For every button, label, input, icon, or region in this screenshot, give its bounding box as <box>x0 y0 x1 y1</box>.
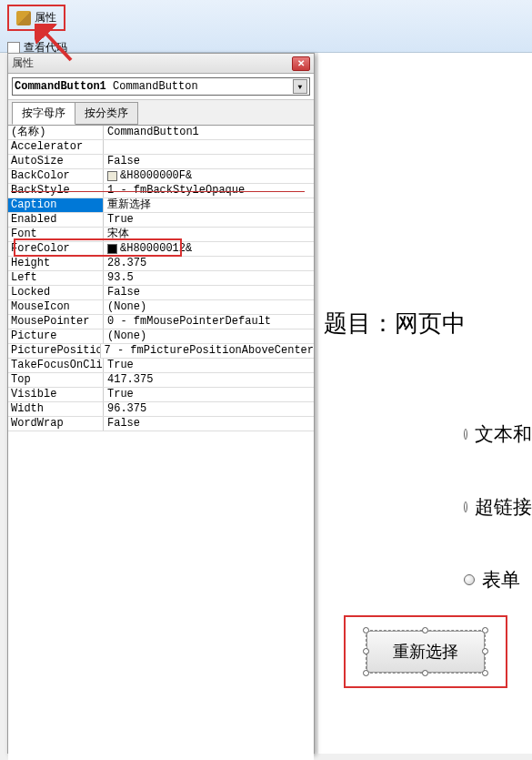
panel-title: 属性 <box>12 56 34 71</box>
panel-titlebar[interactable]: 属性 ✕ <box>8 54 314 74</box>
prop-row[interactable]: BackColor&H8000000F& <box>8 169 314 184</box>
prop-row[interactable]: BackStyle1 - fmBackStyleOpaque <box>8 184 314 198</box>
prop-value[interactable] <box>104 140 314 154</box>
page-title: 题目：网页中 <box>324 308 532 339</box>
wrench-icon <box>16 11 31 25</box>
ribbon-toolbar: 属性 查看代码 <box>0 0 532 53</box>
radio-icon <box>464 429 467 440</box>
prop-name: (名称) <box>8 126 104 139</box>
prop-name: AutoSize <box>8 155 104 168</box>
prop-name: TakeFocusOnClick <box>8 359 104 372</box>
prop-value[interactable]: (None) <box>104 300 314 314</box>
prop-row[interactable]: MouseIcon(None) <box>8 300 314 315</box>
radio-icon <box>464 574 475 585</box>
chevron-down-icon[interactable]: ▼ <box>293 79 307 94</box>
prop-value[interactable]: 93.5 <box>104 271 314 285</box>
sort-tabs: 按字母序 按分类序 <box>8 100 314 125</box>
resize-handle-icon[interactable] <box>422 627 428 633</box>
radio-label-1: 文本和 <box>475 421 532 447</box>
object-name-bold: CommandButton1 <box>15 80 106 93</box>
prop-row[interactable]: EnabledTrue <box>8 213 314 228</box>
prop-name: Left <box>8 271 104 285</box>
prop-name: MouseIcon <box>8 300 104 314</box>
prop-row[interactable]: ForeColor&H80000012& <box>8 242 314 257</box>
prop-row[interactable]: TakeFocusOnClickTrue <box>8 359 314 373</box>
color-swatch-icon <box>107 244 117 254</box>
prop-value[interactable]: 0 - fmMousePointerDefault <box>104 315 314 329</box>
prop-value[interactable]: False <box>104 155 314 168</box>
resize-handle-icon[interactable] <box>363 648 369 654</box>
prop-value[interactable]: 1 - fmBackStyleOpaque <box>104 184 314 198</box>
resize-handle-icon[interactable] <box>482 670 488 676</box>
prop-value[interactable]: 宋体 <box>104 228 314 241</box>
object-type: CommandButton <box>113 80 198 93</box>
prop-name: MousePointer <box>8 315 104 329</box>
prop-row[interactable]: LockedFalse <box>8 286 314 300</box>
prop-value[interactable]: 417.375 <box>104 373 314 387</box>
prop-name: ForeColor <box>8 242 104 256</box>
command-button[interactable]: 重新选择 <box>366 631 485 673</box>
radio-label-3: 表单 <box>482 567 520 593</box>
close-icon[interactable]: ✕ <box>292 56 310 71</box>
prop-name: Top <box>8 373 104 387</box>
color-swatch-icon <box>107 171 117 181</box>
prop-row[interactable]: VisibleTrue <box>8 388 314 402</box>
prop-row[interactable]: Height28.375 <box>8 257 314 271</box>
prop-name: BackStyle <box>8 184 104 198</box>
prop-row[interactable]: Top417.375 <box>8 373 314 388</box>
tab-alphabetic[interactable]: 按字母序 <box>12 102 75 125</box>
prop-row[interactable]: Picture(None) <box>8 329 314 344</box>
prop-value[interactable]: 7 - fmPicturePositionAboveCenter <box>101 344 314 358</box>
radio-option-1[interactable]: 文本和 <box>464 421 532 447</box>
prop-value[interactable]: CommandButton1 <box>104 126 314 139</box>
resize-handle-icon[interactable] <box>363 670 369 676</box>
prop-name: Font <box>8 228 104 241</box>
prop-name: PicturePosition <box>8 344 101 358</box>
radio-option-2[interactable]: 超链接 <box>464 494 532 520</box>
object-dropdown[interactable]: CommandButton1 CommandButton ▼ <box>12 77 310 96</box>
prop-name: Width <box>8 402 104 416</box>
prop-name: Enabled <box>8 213 104 227</box>
properties-ribbon-button[interactable]: 属性 <box>7 5 65 31</box>
prop-value[interactable]: &H8000000F& <box>104 169 314 183</box>
radio-label-2: 超链接 <box>475 494 532 520</box>
prop-value[interactable]: True <box>104 213 314 227</box>
radio-option-3[interactable]: 表单 <box>464 567 532 593</box>
tab-categorized[interactable]: 按分类序 <box>75 102 138 125</box>
prop-value[interactable]: False <box>104 286 314 299</box>
prop-value[interactable]: 重新选择 <box>104 198 314 212</box>
prop-value[interactable]: 96.375 <box>104 402 314 416</box>
resize-handle-icon[interactable] <box>482 648 488 654</box>
prop-row[interactable]: Left93.5 <box>8 271 314 286</box>
prop-row[interactable]: Font宋体 <box>8 228 314 242</box>
prop-row[interactable]: AutoSizeFalse <box>8 155 314 169</box>
prop-value[interactable]: 28.375 <box>104 257 314 270</box>
prop-name: Caption <box>8 198 104 212</box>
prop-name: WordWrap <box>8 417 104 431</box>
prop-row[interactable]: PicturePosition7 - fmPicturePositionAbov… <box>8 344 314 359</box>
prop-name: Visible <box>8 388 104 401</box>
prop-value[interactable]: (None) <box>104 329 314 343</box>
command-button-selection-box: 重新选择 <box>344 615 507 688</box>
prop-value[interactable]: &H80000012& <box>104 242 314 256</box>
prop-row[interactable]: WordWrapFalse <box>8 417 314 431</box>
prop-name: Accelerator <box>8 140 104 154</box>
prop-row[interactable]: (名称)CommandButton1 <box>8 126 314 140</box>
prop-name: Locked <box>8 286 104 299</box>
prop-value[interactable]: True <box>104 359 314 372</box>
resize-handle-icon[interactable] <box>422 670 428 676</box>
resize-handle-icon[interactable] <box>482 627 488 633</box>
prop-value[interactable]: False <box>104 417 314 431</box>
prop-name: BackColor <box>8 169 104 183</box>
prop-row[interactable]: Caption重新选择 <box>8 198 314 213</box>
prop-name: Picture <box>8 329 104 343</box>
command-button-wrapper[interactable]: 重新选择 <box>366 630 486 674</box>
prop-value[interactable]: True <box>104 388 314 401</box>
prop-row[interactable]: Accelerator <box>8 140 314 155</box>
properties-panel: 属性 ✕ CommandButton1 CommandButton ▼ 按字母序… <box>7 53 315 754</box>
resize-handle-icon[interactable] <box>363 627 369 633</box>
prop-row[interactable]: Width96.375 <box>8 402 314 417</box>
properties-grid[interactable]: (名称)CommandButton1AcceleratorAutoSizeFal… <box>8 125 314 760</box>
prop-row[interactable]: MousePointer0 - fmMousePointerDefault <box>8 315 314 329</box>
properties-ribbon-label: 属性 <box>35 10 56 25</box>
